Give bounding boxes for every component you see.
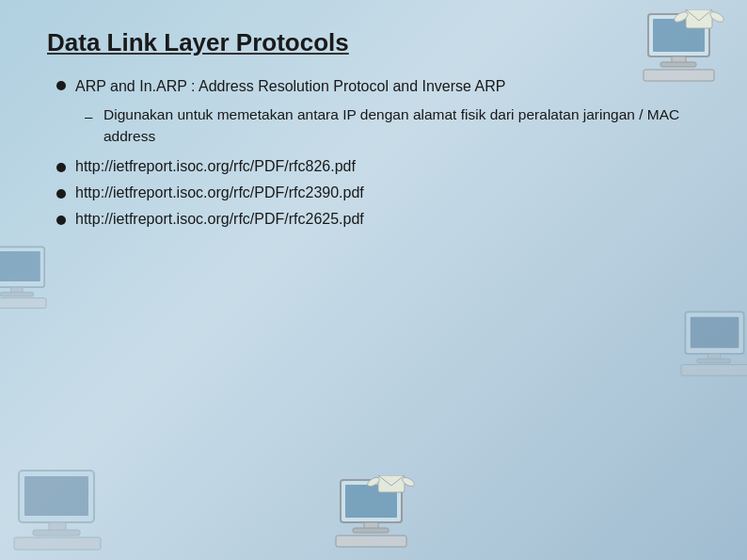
link-item-2: http://ietfreport.isoc.org/rfc/PDF/rfc23… <box>56 184 700 201</box>
deco-computer-bottom-center <box>326 475 421 551</box>
svg-rect-30 <box>681 365 747 376</box>
slide-content: ARP and In.ARP : Address Resolution Prot… <box>56 76 700 228</box>
deco-computer-right <box>676 308 747 383</box>
svg-rect-22 <box>24 476 88 516</box>
bullet-dot-link-1 <box>56 163 66 172</box>
svg-rect-3 <box>660 62 696 67</box>
bullet-dot-link-2 <box>56 189 66 199</box>
svg-rect-4 <box>644 70 714 81</box>
link-item-3: http://ietfreport.isoc.org/rfc/PDF/rfc26… <box>56 211 700 228</box>
link-text-1: http://ietfreport.isoc.org/rfc/PDF/rfc82… <box>75 158 356 175</box>
svg-rect-17 <box>336 536 406 547</box>
svg-rect-29 <box>697 359 731 362</box>
bullet-section-1: ARP and In.ARP : Address Resolution Prot… <box>56 76 700 147</box>
link-text-2: http://ietfreport.isoc.org/rfc/PDF/rfc23… <box>75 184 364 201</box>
link-item-1: http://ietfreport.isoc.org/rfc/PDF/rfc82… <box>56 158 700 175</box>
svg-rect-25 <box>14 537 101 550</box>
deco-computer-left <box>0 243 66 318</box>
slide-title: Data Link Layer Protocols <box>47 28 700 57</box>
deco-computer-top-right <box>634 9 728 85</box>
sub-dash-1: – <box>85 106 96 127</box>
link-text-3: http://ietfreport.isoc.org/rfc/PDF/rfc26… <box>75 211 364 228</box>
svg-rect-24 <box>33 530 80 536</box>
bullet-text-1: ARP and In.ARP : Address Resolution Prot… <box>75 76 505 97</box>
svg-rect-11 <box>0 292 34 296</box>
svg-rect-9 <box>0 250 40 280</box>
sub-bullet-1: – Digunakan untuk memetakan antara IP de… <box>85 104 700 147</box>
bullet-dot-1 <box>56 81 66 90</box>
sub-bullet-text-1: Digunakan untuk memetakan antara IP deng… <box>103 104 700 147</box>
links-section: http://ietfreport.isoc.org/rfc/PDF/rfc82… <box>56 158 700 228</box>
svg-rect-27 <box>691 317 739 348</box>
bullet-dot-link-3 <box>56 216 66 225</box>
bullet-item-1: ARP and In.ARP : Address Resolution Prot… <box>56 76 700 97</box>
svg-rect-16 <box>353 528 389 533</box>
deco-computer-bottom-left <box>9 466 122 551</box>
svg-rect-12 <box>0 297 46 308</box>
slide: Data Link Layer Protocols ARP and In.ARP… <box>0 0 747 560</box>
